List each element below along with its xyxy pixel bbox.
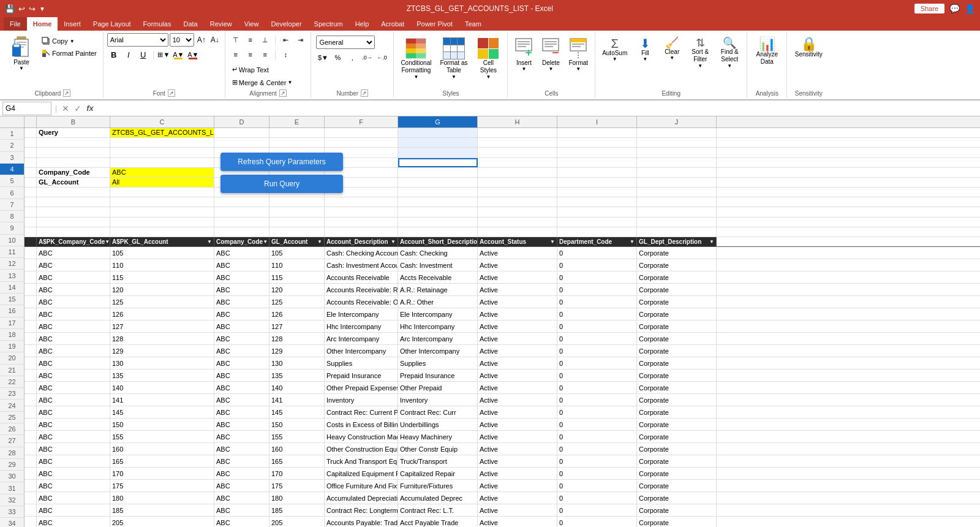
cell-row15-col4[interactable]: Accounts Receivable	[325, 271, 398, 283]
cell-row25-col7[interactable]: 0	[557, 394, 637, 406]
cell-row28-col0[interactable]: ABC	[37, 431, 110, 442]
cell-i5[interactable]	[557, 168, 637, 177]
row-header-4[interactable]: 4	[0, 164, 24, 175]
cell-i4[interactable]	[557, 158, 637, 167]
cell-row19-col4[interactable]: Hhc Intercompany	[325, 320, 398, 332]
cell-row25-col6[interactable]: Active	[478, 394, 557, 406]
text-direction-button[interactable]: ↕	[279, 48, 292, 61]
row-header-11[interactable]: 11	[0, 246, 24, 258]
cell-h1[interactable]	[478, 128, 557, 137]
cell-j6[interactable]	[637, 178, 717, 187]
cell-row21-col7[interactable]: 0	[557, 345, 637, 357]
cell-row33-col0[interactable]: ABC	[37, 492, 110, 504]
clear-button[interactable]: 🧹 Clear ▼	[660, 36, 684, 63]
cell-row17-col3[interactable]: 125	[270, 296, 325, 308]
font-size-select[interactable]: 10	[170, 33, 194, 47]
row-header-18[interactable]: 18	[0, 329, 24, 341]
cell-row30-col0[interactable]: ABC	[37, 455, 110, 467]
cell-row16-col1[interactable]: 120	[110, 284, 214, 295]
col-header-a[interactable]	[24, 116, 37, 127]
cell-row25-col1[interactable]: 141	[110, 394, 214, 406]
cell-reference[interactable]	[2, 102, 51, 115]
tab-home[interactable]: Home	[27, 17, 58, 31]
cell-c5[interactable]: ABC	[110, 168, 214, 177]
cell-row22-col0[interactable]: ABC	[37, 357, 110, 369]
row-header-3[interactable]: 3	[0, 152, 24, 164]
th-pk-gl-account[interactable]: A$PK_GL_Account ▼	[110, 237, 214, 246]
font-size-decrease[interactable]: A↓	[209, 34, 221, 46]
cell-row25-col5[interactable]: Inventory	[398, 394, 478, 406]
cell-row30-col4[interactable]: Truck And Transport Equipment	[325, 455, 398, 467]
col-header-f[interactable]: F	[325, 116, 398, 127]
cell-c2[interactable]	[110, 138, 214, 147]
cell-row23-col4[interactable]: Prepaid Insurance	[325, 370, 398, 381]
cell-row13-col2[interactable]: ABC	[214, 247, 270, 259]
col-header-c[interactable]: C	[110, 116, 214, 127]
cell-row35-col5[interactable]: Acct Payable Trade	[398, 517, 478, 527]
cell-row17-col1[interactable]: 125	[110, 296, 214, 308]
cell-row29-col3[interactable]: 160	[270, 443, 325, 455]
row-header-14[interactable]: 14	[0, 282, 24, 294]
cell-row31-col0[interactable]: ABC	[37, 468, 110, 479]
tab-power-pivot[interactable]: Power Pivot	[410, 17, 459, 31]
col-header-h[interactable]: H	[478, 116, 557, 127]
cell-row15-col1[interactable]: 115	[110, 271, 214, 283]
cell-row20-col3[interactable]: 128	[270, 333, 325, 344]
cell-row15-col7[interactable]: 0	[557, 271, 637, 283]
sort-filter-button[interactable]: ⇅ Sort &Filter ▼	[688, 36, 712, 70]
cell-row35-col3[interactable]: 205	[270, 517, 325, 527]
cell-row22-col6[interactable]: Active	[478, 357, 557, 369]
underline-button[interactable]: U	[137, 48, 150, 61]
cell-row33-col6[interactable]: Active	[478, 492, 557, 504]
row-header-30[interactable]: 30	[0, 471, 24, 482]
conditional-formatting-button[interactable]: ConditionalFormatting ▼	[398, 36, 434, 82]
cell-row22-col7[interactable]: 0	[557, 357, 637, 369]
cell-h5[interactable]	[478, 168, 557, 177]
row-header-29[interactable]: 29	[0, 459, 24, 471]
align-top-button[interactable]: ⊤	[229, 33, 243, 47]
cell-row26-col1[interactable]: 145	[110, 406, 214, 418]
row-header-27[interactable]: 27	[0, 435, 24, 447]
cell-row14-col1[interactable]: 110	[110, 259, 214, 271]
cell-row26-col8[interactable]: Corporate	[637, 406, 717, 418]
row-header-21[interactable]: 21	[0, 365, 24, 376]
number-format-select[interactable]: General	[316, 36, 375, 49]
cell-row32-col2[interactable]: ABC	[214, 480, 270, 491]
cell-row19-col3[interactable]: 127	[270, 320, 325, 332]
format-painter-button[interactable]: Format Painter	[39, 48, 99, 59]
cell-b5[interactable]: Company_Code	[37, 168, 110, 177]
cell-g6[interactable]	[398, 178, 478, 187]
find-select-button[interactable]: 🔍 Find &Select ▼	[716, 36, 743, 70]
cell-row15-col8[interactable]: Corporate	[637, 271, 717, 283]
cell-row21-col1[interactable]: 129	[110, 345, 214, 357]
tab-insert[interactable]: Insert	[58, 17, 87, 31]
row-header-19[interactable]: 19	[0, 341, 24, 352]
cell-row17-col8[interactable]: Corporate	[637, 296, 717, 308]
cell-row27-col7[interactable]: 0	[557, 419, 637, 430]
redo-icon[interactable]: ↪	[29, 4, 36, 13]
cell-row31-col8[interactable]: Corporate	[637, 468, 717, 479]
cell-row28-col8[interactable]: Corporate	[637, 431, 717, 442]
refresh-query-button[interactable]: Refresh Query Parameters	[221, 153, 343, 171]
cell-row17-col5[interactable]: A.R.: Other	[398, 296, 478, 308]
cell-d1[interactable]	[214, 128, 270, 137]
cell-row31-col2[interactable]: ABC	[214, 468, 270, 479]
tab-help[interactable]: Help	[349, 17, 375, 31]
cell-row14-col4[interactable]: Cash: Investment Account	[325, 259, 398, 271]
col-header-g[interactable]: G	[398, 116, 478, 127]
cell-row35-col7[interactable]: 0	[557, 517, 637, 527]
row-header-28[interactable]: 28	[0, 447, 24, 459]
cell-row27-col6[interactable]: Active	[478, 419, 557, 430]
delete-button[interactable]: Delete ▼	[538, 36, 563, 74]
cell-row19-col0[interactable]: ABC	[37, 320, 110, 332]
cell-row13-col6[interactable]: Active	[478, 247, 557, 259]
align-center-button[interactable]: ≡	[244, 48, 257, 61]
cell-row34-col5[interactable]: Contract Rec: L.T.	[398, 504, 478, 516]
row-header-2[interactable]: 2	[0, 140, 24, 151]
col-header-i[interactable]: I	[557, 116, 637, 127]
cell-row27-col0[interactable]: ABC	[37, 419, 110, 430]
cell-c1[interactable]: ZTCBS_GL_GET_ACCOUNTS_LIST	[110, 128, 214, 137]
profile-icon[interactable]: 👤	[965, 4, 975, 13]
cell-row13-col8[interactable]: Corporate	[637, 247, 717, 259]
cell-row20-col2[interactable]: ABC	[214, 333, 270, 344]
